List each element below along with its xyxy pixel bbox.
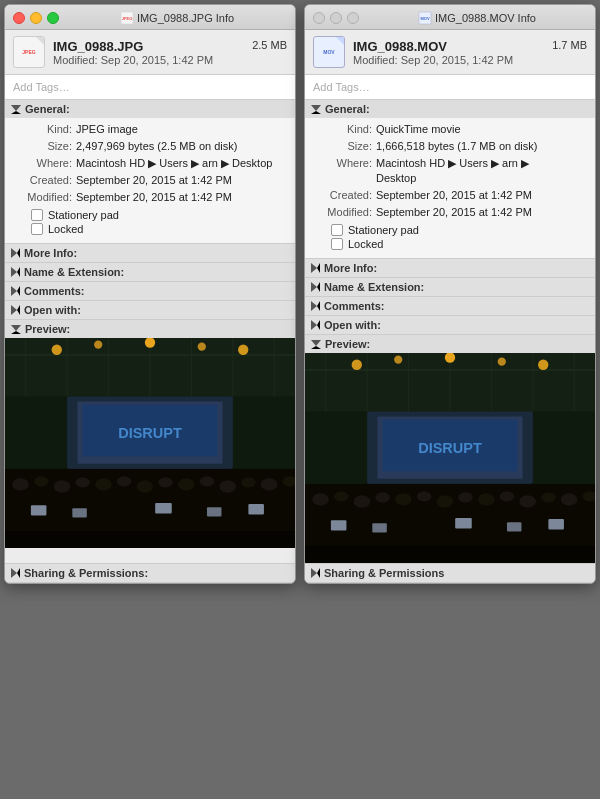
open-with-header-jpg[interactable]: Open with: [5, 301, 295, 319]
svg-point-31 [200, 476, 215, 486]
svg-point-29 [158, 477, 173, 487]
preview-section-jpg: Preview: [5, 320, 295, 564]
file-size-jpg: 2.5 MB [252, 39, 287, 51]
triangle-right-sharing-mov [311, 568, 320, 578]
sharing-header-jpg[interactable]: Sharing & Permissions: [5, 564, 295, 582]
triangle-down-preview-mov [311, 340, 321, 349]
open-with-header-mov[interactable]: Open with: [305, 316, 595, 334]
svg-point-69 [417, 491, 432, 501]
stationery-row-jpg: Stationery pad [31, 209, 287, 221]
checkboxes-mov: Stationery pad Locked [317, 224, 587, 250]
svg-point-28 [137, 480, 154, 492]
file-modified-jpg: Modified: Sep 20, 2015, 1:42 PM [53, 54, 287, 66]
comments-header-jpg[interactable]: Comments: [5, 282, 295, 300]
preview-header-jpg[interactable]: Preview: [5, 320, 295, 338]
file-header-jpg: JPEG IMG_0988.JPG 2.5 MB Modified: Sep 2… [5, 30, 295, 75]
locked-checkbox-mov[interactable] [331, 238, 343, 250]
kind-value-jpg: JPEG image [76, 122, 287, 137]
svg-point-23 [34, 476, 49, 486]
kind-row-jpg: Kind: JPEG image [17, 122, 287, 137]
jpg-info-panel: JPEG IMG_0988.JPG Info JPEG IMG_0988.JPG… [4, 4, 296, 584]
triangle-right-icon-mov-1 [311, 263, 320, 273]
general-section-mov: General: Kind: QuickTime movie Size: 1,6… [305, 100, 595, 259]
triangle-down-icon-jpg [11, 105, 21, 114]
stationery-checkbox-mov[interactable] [331, 224, 343, 236]
svg-point-58 [538, 360, 548, 370]
general-header-jpg[interactable]: General: [5, 100, 295, 118]
tags-placeholder-mov: Add Tags… [313, 81, 370, 93]
svg-point-12 [52, 345, 62, 355]
comments-title-mov: Comments: [324, 300, 385, 312]
general-title-mov: General: [325, 103, 370, 115]
svg-point-71 [458, 492, 473, 502]
kind-value-mov: QuickTime movie [376, 122, 587, 137]
comments-header-mov[interactable]: Comments: [305, 297, 595, 315]
title-bar-text-jpg: IMG_0988.JPG Info [137, 12, 234, 24]
preview-img-content-jpg: DISRUPT [5, 338, 295, 548]
more-info-header-mov[interactable]: More Info: [305, 259, 595, 277]
file-header-mov: MOV IMG_0988.MOV 1.7 MB Modified: Sep 20… [305, 30, 595, 75]
triangle-right-icon-jpg-1 [11, 248, 20, 258]
locked-label-jpg: Locked [48, 223, 83, 235]
svg-point-76 [561, 493, 578, 505]
stationery-checkbox-jpg[interactable] [31, 209, 43, 221]
name-ext-section-jpg: Name & Extension: [5, 263, 295, 282]
panels-container: JPEG IMG_0988.JPG Info JPEG IMG_0988.JPG… [0, 0, 600, 588]
svg-point-67 [375, 492, 390, 502]
name-ext-section-mov: Name & Extension: [305, 278, 595, 297]
name-ext-title-mov: Name & Extension: [324, 281, 424, 293]
title-icon-mov: MOV [418, 11, 432, 25]
kind-row-mov: Kind: QuickTime movie [317, 122, 587, 137]
preview-header-mov[interactable]: Preview: [305, 335, 595, 353]
svg-text:JPEG: JPEG [122, 16, 133, 21]
title-bar-text-mov: IMG_0988.MOV Info [435, 12, 536, 24]
close-button-mov[interactable] [313, 12, 325, 24]
comments-section-mov: Comments: [305, 297, 595, 316]
file-info-mov: IMG_0988.MOV 1.7 MB Modified: Sep 20, 20… [353, 39, 587, 66]
locked-row-jpg: Locked [31, 223, 287, 235]
mov-info-panel: MOV IMG_0988.MOV Info MOV IMG_0988.MOV 1… [304, 4, 596, 584]
general-content-jpg: Kind: JPEG image Size: 2,497,969 bytes (… [5, 118, 295, 243]
triangle-right-icon-mov-2 [311, 282, 320, 292]
locked-checkbox-jpg[interactable] [31, 223, 43, 235]
modified-value-mov: September 20, 2015 at 1:42 PM [376, 205, 587, 220]
svg-rect-82 [548, 519, 564, 529]
svg-rect-40 [248, 504, 264, 514]
svg-point-16 [238, 345, 248, 355]
where-value-jpg: Macintosh HD ▶ Users ▶ arn ▶ Desktop [76, 156, 287, 171]
stationery-label-jpg: Stationery pad [48, 209, 119, 221]
svg-point-25 [75, 477, 90, 487]
name-ext-header-mov[interactable]: Name & Extension: [305, 278, 595, 296]
svg-point-15 [198, 343, 206, 351]
sharing-header-mov[interactable]: Sharing & Permissions [305, 564, 595, 582]
more-info-section-mov: More Info: [305, 259, 595, 278]
general-section-jpg: General: Kind: JPEG image Size: 2,497,96… [5, 100, 295, 244]
maximize-button-mov[interactable] [347, 12, 359, 24]
modified-row-jpg: Modified: September 20, 2015 at 1:42 PM [17, 190, 287, 205]
title-bar-mov: MOV IMG_0988.MOV Info [305, 5, 595, 30]
name-ext-header-jpg[interactable]: Name & Extension: [5, 263, 295, 281]
svg-rect-41 [5, 531, 295, 548]
size-label-jpg: Size: [17, 139, 72, 154]
modified-label-mov: Modified: [317, 205, 372, 220]
tags-bar-mov[interactable]: Add Tags… [305, 75, 595, 100]
svg-rect-79 [372, 523, 387, 532]
sharing-title-mov: Sharing & Permissions [324, 567, 444, 579]
general-title-jpg: General: [25, 103, 70, 115]
more-info-header-jpg[interactable]: More Info: [5, 244, 295, 262]
minimize-button-jpg[interactable] [30, 12, 42, 24]
triangle-down-preview-jpg [11, 325, 21, 334]
created-value-mov: September 20, 2015 at 1:42 PM [376, 188, 587, 203]
triangle-right-icon-jpg-2 [11, 267, 20, 277]
stationery-row-mov: Stationery pad [331, 224, 587, 236]
svg-point-64 [312, 493, 329, 505]
svg-point-55 [394, 355, 402, 363]
created-label-mov: Created: [317, 188, 372, 203]
open-with-title-jpg: Open with: [24, 304, 81, 316]
tags-bar-jpg[interactable]: Add Tags… [5, 75, 295, 100]
general-header-mov[interactable]: General: [305, 100, 595, 118]
maximize-button-jpg[interactable] [47, 12, 59, 24]
close-button-jpg[interactable] [13, 12, 25, 24]
svg-text:DISRUPT: DISRUPT [118, 425, 182, 441]
minimize-button-mov[interactable] [330, 12, 342, 24]
